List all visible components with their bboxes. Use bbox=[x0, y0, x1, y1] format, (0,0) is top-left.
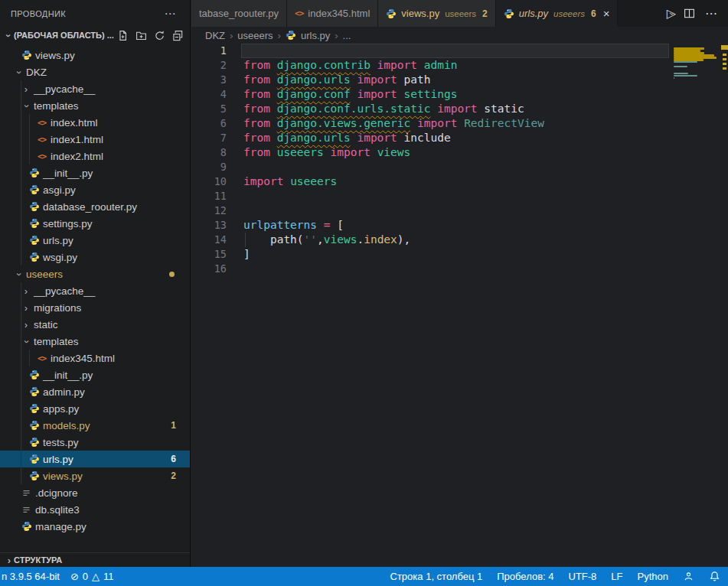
chevron-right-icon: › bbox=[21, 303, 31, 313]
breadcrumb-item[interactable]: ... bbox=[343, 30, 351, 41]
tree-file-db.sqlite3[interactable]: db.sqlite3 bbox=[0, 501, 190, 518]
workspace-section-header[interactable]: › (РАБОЧАЯ ОБЛАСТЬ) ... bbox=[0, 27, 190, 44]
split-editor-icon[interactable] bbox=[684, 8, 695, 19]
tree-folder-templates[interactable]: ›templates bbox=[0, 333, 190, 350]
code-line-16[interactable]: 16 bbox=[191, 262, 728, 276]
breadcrumb-item[interactable]: DKZ bbox=[205, 30, 225, 41]
python-interpreter-status[interactable]: n 3.9.5 64-bit bbox=[2, 571, 60, 582]
code-line-5[interactable]: 5from django.conf.urls.static import sta… bbox=[191, 102, 728, 116]
code-line-13[interactable]: 13urlpatterns = [ bbox=[191, 218, 728, 233]
code-line-6[interactable]: 6from django.views.generic import Redire… bbox=[191, 116, 728, 131]
tree-item-label: static bbox=[34, 319, 58, 330]
tree-file-views.py[interactable]: views.py bbox=[0, 47, 190, 63]
tree-item-label: settings.py bbox=[43, 218, 93, 230]
more-actions-icon[interactable]: ⋯ bbox=[705, 6, 717, 21]
chevron-right-icon: › bbox=[335, 30, 338, 41]
indent-guide bbox=[29, 350, 30, 366]
tree-item-label: urls.py bbox=[43, 235, 73, 246]
tree-folder-__pycache__[interactable]: ›__pycache__ bbox=[0, 282, 190, 299]
code-line-11[interactable]: 11 bbox=[191, 189, 728, 203]
python-icon bbox=[29, 184, 40, 195]
tree-file-urls.py[interactable]: urls.py6 bbox=[0, 451, 190, 467]
tab-urls[interactable]: urls.py useeers 6 × bbox=[496, 0, 619, 27]
breadcrumb-item[interactable]: useeers bbox=[237, 30, 273, 41]
indentation-status[interactable]: Пробелов: 4 bbox=[497, 571, 553, 582]
tree-file-__init__.py[interactable]: __init__.py bbox=[0, 164, 190, 181]
tree-file-.dcignore[interactable]: .dcignore bbox=[0, 484, 190, 501]
problems-status[interactable]: ⊘ 0 △ 11 bbox=[70, 571, 114, 582]
tree-item-label: .dcignore bbox=[35, 487, 78, 499]
code-line-2[interactable]: 2from django.contrib import admin bbox=[191, 58, 728, 73]
tree-file-wsgi.py[interactable]: wsgi.py bbox=[0, 249, 190, 265]
tree-folder-static[interactable]: ›static bbox=[0, 316, 190, 333]
code-line-14[interactable]: 14 path('',views.index), bbox=[191, 233, 728, 247]
tree-file-urls.py[interactable]: urls.py bbox=[0, 232, 190, 249]
warning-count: 11 bbox=[103, 571, 114, 582]
python-icon bbox=[29, 454, 40, 464]
code-line-7[interactable]: 7from django.urls import include bbox=[191, 131, 728, 145]
tree-item-label: templates bbox=[34, 336, 79, 347]
problems-badge: 1 bbox=[171, 420, 176, 431]
code-line-3[interactable]: 3from django.urls import path bbox=[191, 73, 728, 87]
new-file-icon[interactable] bbox=[117, 30, 129, 41]
structure-section-header[interactable]: › СТРУКТУРА bbox=[0, 552, 190, 567]
line-number: 6 bbox=[191, 116, 227, 131]
new-folder-icon[interactable] bbox=[135, 30, 147, 41]
code-line-12[interactable]: 12 bbox=[191, 203, 728, 218]
line-content: from useeers import views bbox=[241, 145, 669, 160]
run-dropdown-icon[interactable]: › bbox=[667, 12, 677, 15]
indent-guide bbox=[245, 233, 246, 247]
code-line-15[interactable]: 15] bbox=[191, 247, 728, 262]
tree-item-label: __init__.py bbox=[43, 168, 93, 179]
breadcrumb-item[interactable]: urls.py bbox=[301, 30, 330, 41]
refresh-icon[interactable] bbox=[154, 30, 165, 41]
chevron-down-icon: › bbox=[22, 101, 32, 110]
feedback-icon[interactable] bbox=[683, 571, 694, 582]
tab-views[interactable]: views.py useeers 2 bbox=[378, 0, 495, 27]
tree-file-models.py[interactable]: models.py1 bbox=[0, 417, 190, 434]
code-line-4[interactable]: 4from django.conf import settings bbox=[191, 87, 728, 102]
language-mode-status[interactable]: Python bbox=[638, 571, 668, 582]
warning-mark bbox=[723, 67, 726, 70]
tree-file-database_roouter.py[interactable]: database_roouter.py bbox=[0, 198, 190, 215]
python-icon bbox=[29, 470, 40, 481]
tree-file-asgi.py[interactable]: asgi.py bbox=[0, 181, 190, 198]
vscode-window: ПРОВОДНИК ⋯ › (РАБОЧАЯ ОБЛАСТЬ) ... bbox=[0, 0, 728, 586]
close-icon[interactable]: × bbox=[603, 7, 610, 20]
structure-label: СТРУКТУРА bbox=[14, 555, 62, 565]
tree-file-apps.py[interactable]: apps.py bbox=[0, 400, 190, 417]
code-line-10[interactable]: 10import useeers bbox=[191, 174, 728, 189]
code-editor[interactable]: 12from django.contrib import admin3from … bbox=[191, 44, 728, 276]
code-line-9[interactable]: 9 bbox=[191, 160, 728, 174]
line-content bbox=[241, 203, 669, 218]
tree-file-tests.py[interactable]: tests.py bbox=[0, 434, 190, 451]
tree-item-label: wsgi.py bbox=[43, 252, 77, 263]
collapse-all-icon[interactable] bbox=[172, 30, 184, 41]
tree-file-admin.py[interactable]: admin.py bbox=[0, 383, 190, 400]
bell-icon[interactable] bbox=[709, 571, 720, 582]
cursor-position-status[interactable]: Строка 1, столбец 1 bbox=[390, 571, 483, 582]
tree-folder-migrations[interactable]: ›migrations bbox=[0, 299, 190, 316]
tree-file-manage.py[interactable]: manage.py bbox=[0, 518, 190, 535]
eol-status[interactable]: LF bbox=[611, 571, 622, 582]
tree-file-settings.py[interactable]: settings.py bbox=[0, 215, 190, 232]
python-icon bbox=[29, 437, 40, 448]
workspace-label: (РАБОЧАЯ ОБЛАСТЬ) ... bbox=[14, 31, 117, 40]
tree-folder-DKZ[interactable]: ›DKZ bbox=[0, 63, 190, 80]
tree-folder-__pycache__[interactable]: ›__pycache__ bbox=[0, 80, 190, 97]
code-line-8[interactable]: 8from useeers import views bbox=[191, 145, 728, 160]
minimap-line bbox=[674, 73, 688, 74]
tree-file-views.py[interactable]: views.py2 bbox=[0, 467, 190, 484]
code-line-1[interactable]: 1 bbox=[191, 44, 728, 58]
tree-folder-useeers[interactable]: ›useeers bbox=[0, 265, 190, 282]
python-icon bbox=[29, 420, 40, 431]
encoding-status[interactable]: UTF-8 bbox=[569, 571, 597, 582]
explorer-more-actions-icon[interactable]: ⋯ bbox=[162, 7, 179, 21]
tree-item-label: manage.py bbox=[35, 521, 87, 532]
tab-index345[interactable]: <> index345.html bbox=[287, 0, 378, 27]
minimap[interactable] bbox=[671, 44, 720, 273]
tree-folder-templates[interactable]: ›templates bbox=[0, 97, 190, 114]
tab-database-roouter[interactable]: tabase_roouter.py bbox=[191, 0, 287, 27]
line-number: 11 bbox=[191, 189, 227, 203]
tree-file-__init__.py[interactable]: __init__.py bbox=[0, 366, 190, 383]
